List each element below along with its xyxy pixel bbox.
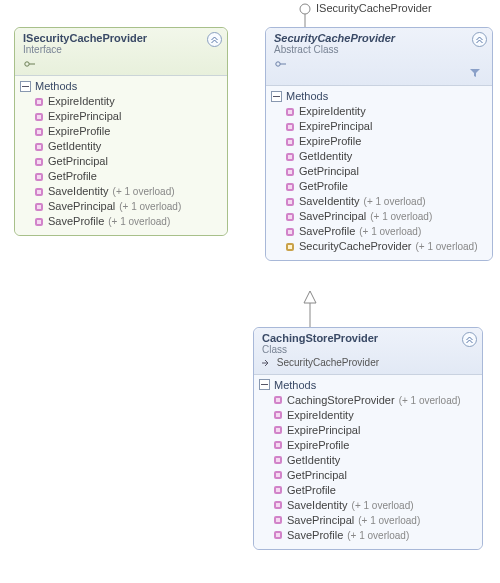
method-item[interactable]: GetPrincipal bbox=[34, 154, 222, 169]
method-item[interactable]: SavePrincipal (+ 1 overload) bbox=[273, 513, 477, 528]
method-item[interactable]: ExpireProfile bbox=[285, 134, 487, 149]
method-name: GetProfile bbox=[287, 484, 336, 497]
method-name: ExpireProfile bbox=[48, 125, 110, 138]
svg-rect-29 bbox=[288, 140, 292, 144]
method-item[interactable]: SaveProfile (+ 1 overload) bbox=[273, 528, 477, 543]
method-item[interactable]: GetIdentity bbox=[34, 139, 222, 154]
svg-rect-47 bbox=[276, 398, 280, 402]
method-item[interactable]: ExpirePrincipal bbox=[273, 423, 477, 438]
svg-point-22 bbox=[276, 62, 280, 66]
section-toggle-icon[interactable] bbox=[259, 379, 270, 390]
class-securitycacheprovider[interactable]: SecurityCacheProvider Abstract Class Met… bbox=[265, 27, 493, 261]
overload-note: (+ 1 overload) bbox=[358, 514, 420, 527]
method-name: ExpirePrincipal bbox=[48, 110, 121, 123]
method-name: GetPrincipal bbox=[299, 165, 359, 178]
svg-rect-7 bbox=[37, 115, 41, 119]
method-name: ExpireProfile bbox=[299, 135, 361, 148]
method-item[interactable]: ExpireIdentity bbox=[34, 94, 222, 109]
filter-icon[interactable] bbox=[274, 68, 486, 80]
method-item[interactable]: GetPrincipal bbox=[285, 164, 487, 179]
method-name: GetPrincipal bbox=[287, 469, 347, 482]
method-icon bbox=[34, 157, 44, 167]
method-item[interactable]: ExpireIdentity bbox=[285, 104, 487, 119]
inherits-arrow-icon bbox=[262, 358, 272, 369]
svg-rect-49 bbox=[276, 413, 280, 417]
method-icon bbox=[273, 425, 283, 435]
method-icon bbox=[285, 197, 295, 207]
overload-note: (+ 1 overload) bbox=[108, 215, 170, 228]
svg-rect-65 bbox=[276, 533, 280, 537]
method-name: GetIdentity bbox=[48, 140, 101, 153]
svg-rect-57 bbox=[276, 473, 280, 477]
section-toggle-icon[interactable] bbox=[20, 81, 31, 92]
method-item[interactable]: SavePrincipal (+ 1 overload) bbox=[285, 209, 487, 224]
class-stereotype: Interface bbox=[23, 44, 221, 55]
method-item[interactable]: ExpireProfile bbox=[34, 124, 222, 139]
method-icon bbox=[34, 202, 44, 212]
method-icon bbox=[285, 167, 295, 177]
method-item[interactable]: ExpirePrincipal bbox=[285, 119, 487, 134]
svg-rect-43 bbox=[288, 245, 292, 249]
method-item[interactable]: ExpirePrincipal bbox=[34, 109, 222, 124]
class-title: CachingStoreProvider bbox=[262, 332, 476, 344]
method-name: ExpireIdentity bbox=[299, 105, 366, 118]
method-name: ExpireProfile bbox=[287, 439, 349, 452]
svg-rect-51 bbox=[276, 428, 280, 432]
method-icon bbox=[273, 485, 283, 495]
method-item[interactable]: SecurityCacheProvider (+ 1 overload) bbox=[285, 239, 487, 254]
method-item[interactable]: SaveIdentity (+ 1 overload) bbox=[285, 194, 487, 209]
svg-rect-59 bbox=[276, 488, 280, 492]
section-toggle-icon[interactable] bbox=[271, 91, 282, 102]
method-item[interactable]: SavePrincipal (+ 1 overload) bbox=[34, 199, 222, 214]
svg-rect-55 bbox=[276, 458, 280, 462]
class-isecuritycacheprovider[interactable]: ISecurityCacheProvider Interface Methods… bbox=[14, 27, 228, 236]
method-name: GetIdentity bbox=[299, 150, 352, 163]
method-item[interactable]: ExpireIdentity bbox=[273, 408, 477, 423]
svg-rect-27 bbox=[288, 125, 292, 129]
method-item[interactable]: SaveIdentity (+ 1 overload) bbox=[34, 184, 222, 199]
method-name: ExpireIdentity bbox=[48, 95, 115, 108]
method-name: SavePrincipal bbox=[287, 514, 354, 527]
method-item[interactable]: GetIdentity bbox=[273, 453, 477, 468]
method-name: SecurityCacheProvider bbox=[299, 240, 412, 253]
overload-note: (+ 1 overload) bbox=[364, 195, 426, 208]
method-item[interactable]: ExpireProfile bbox=[273, 438, 477, 453]
method-icon bbox=[34, 97, 44, 107]
overload-note: (+ 1 overload) bbox=[416, 240, 478, 253]
method-item[interactable]: SaveProfile (+ 1 overload) bbox=[34, 214, 222, 229]
method-item[interactable]: GetIdentity bbox=[285, 149, 487, 164]
svg-rect-63 bbox=[276, 518, 280, 522]
svg-rect-13 bbox=[37, 160, 41, 164]
method-name: SavePrincipal bbox=[299, 210, 366, 223]
method-item[interactable]: GetProfile bbox=[34, 169, 222, 184]
svg-rect-9 bbox=[37, 130, 41, 134]
method-name: GetIdentity bbox=[287, 454, 340, 467]
method-icon bbox=[285, 122, 295, 132]
method-item[interactable]: GetProfile bbox=[273, 483, 477, 498]
method-icon bbox=[273, 455, 283, 465]
section-methods-label: Methods bbox=[35, 80, 77, 92]
svg-marker-44 bbox=[304, 291, 316, 303]
method-name: GetProfile bbox=[299, 180, 348, 193]
method-icon bbox=[285, 182, 295, 192]
method-item[interactable]: SaveProfile (+ 1 overload) bbox=[285, 224, 487, 239]
method-name: GetPrincipal bbox=[48, 155, 108, 168]
svg-rect-33 bbox=[288, 170, 292, 174]
svg-rect-21 bbox=[37, 220, 41, 224]
method-item[interactable]: CachingStoreProvider (+ 1 overload) bbox=[273, 393, 477, 408]
class-cachingstoreprovider[interactable]: CachingStoreProvider Class SecurityCache… bbox=[253, 327, 483, 550]
svg-point-0 bbox=[300, 4, 310, 14]
collapse-toggle-icon[interactable] bbox=[462, 332, 477, 347]
overload-note: (+ 1 overload) bbox=[370, 210, 432, 223]
inherits-label: SecurityCacheProvider bbox=[277, 357, 379, 368]
svg-rect-11 bbox=[37, 145, 41, 149]
collapse-toggle-icon[interactable] bbox=[472, 32, 487, 47]
method-item[interactable]: GetPrincipal bbox=[273, 468, 477, 483]
collapse-toggle-icon[interactable] bbox=[207, 32, 222, 47]
method-icon bbox=[34, 112, 44, 122]
lollipop-interface-label: ISecurityCacheProvider bbox=[316, 2, 432, 14]
section-methods-label: Methods bbox=[274, 379, 316, 391]
method-item[interactable]: SaveIdentity (+ 1 overload) bbox=[273, 498, 477, 513]
method-item[interactable]: GetProfile bbox=[285, 179, 487, 194]
method-icon bbox=[285, 152, 295, 162]
